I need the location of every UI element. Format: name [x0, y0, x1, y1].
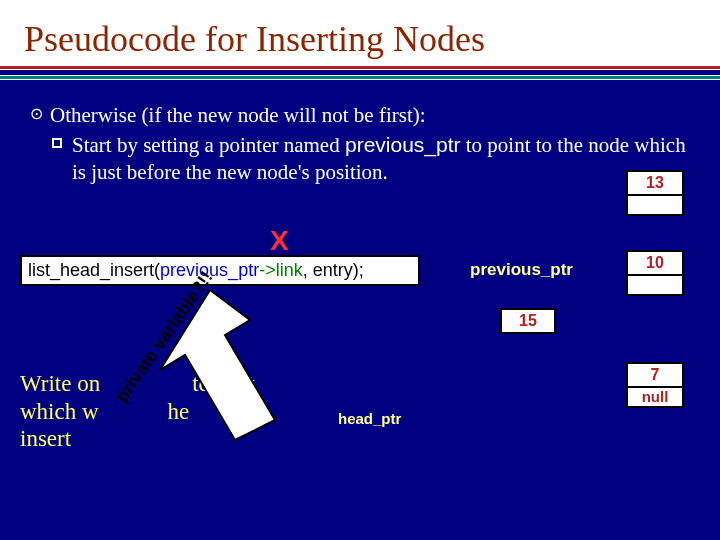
head-ptr-label: head_ptr	[338, 410, 401, 427]
node-7: 7 null	[626, 362, 684, 408]
call-arg1b: ->link	[259, 260, 303, 280]
call-fn: list_head_insert(	[28, 260, 160, 280]
x-mark: X	[270, 225, 289, 257]
divider	[0, 66, 720, 80]
previous-ptr-label: previous_ptr	[470, 260, 573, 280]
node-10: 10	[626, 250, 684, 296]
call-arg2: entry	[313, 260, 353, 280]
node-10-link	[628, 276, 682, 294]
write-statement-text: Write on tement which w he insert	[20, 370, 340, 453]
title-area: Pseudocode for Inserting Nodes	[0, 0, 720, 66]
node-13-value: 13	[628, 172, 682, 196]
node-13-link	[628, 196, 682, 214]
node-7-value: 7	[628, 364, 682, 388]
node-7-null: null	[628, 388, 682, 406]
call-close: );	[353, 260, 364, 280]
call-sep: ,	[303, 260, 313, 280]
slide-title: Pseudocode for Inserting Nodes	[24, 18, 720, 60]
bullet-main-text: Otherwise (if the new node will not be f…	[50, 103, 426, 127]
function-call-box: list_head_insert(previous_ptr->link, ent…	[20, 255, 420, 286]
sub-text-1: Start by setting a pointer named	[72, 133, 345, 157]
node-15: 15	[500, 308, 556, 334]
square-bullet-icon	[52, 138, 62, 148]
sub-code: previous_ptr	[345, 133, 461, 156]
node-13: 13	[626, 170, 684, 216]
bullet-main: ⊙ Otherwise (if the new node will not be…	[50, 102, 690, 185]
bullet-icon: ⊙	[30, 104, 43, 124]
bullet-sub: Start by setting a pointer named previou…	[72, 132, 690, 185]
content-area: ⊙ Otherwise (if the new node will not be…	[0, 80, 720, 530]
node-10-value: 10	[628, 252, 682, 276]
